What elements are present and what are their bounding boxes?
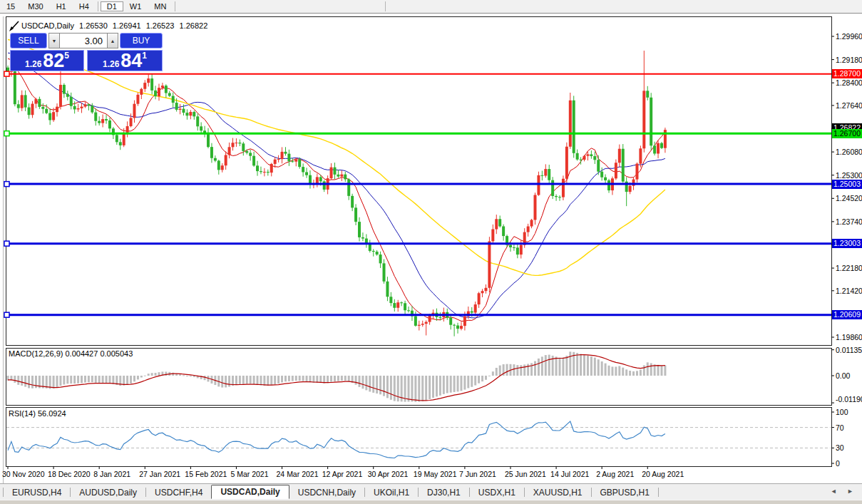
macd-histogram-bar — [478, 376, 480, 384]
level-line-handle[interactable] — [4, 131, 9, 136]
price-axis-label: 1.27640 — [836, 101, 862, 110]
macd-histogram-bar — [148, 374, 150, 376]
volume-increase-button[interactable]: ▲ — [107, 33, 118, 48]
macd-histogram-bar — [439, 376, 441, 396]
tab-usdcnh[interactable]: USDCNH,Daily — [289, 486, 364, 499]
macd-histogram-bar — [334, 376, 336, 381]
tab-ukoil[interactable]: UKOil,H1 — [365, 486, 418, 499]
macd-histogram-bar — [225, 376, 227, 387]
tab-scroll-right-icon[interactable]: ► — [847, 488, 858, 495]
macd-histogram-bar — [530, 363, 533, 376]
candlestick — [642, 91, 645, 148]
macd-histogram-bar — [144, 376, 146, 376]
macd-histogram-bar — [499, 366, 501, 376]
candlestick — [45, 109, 48, 113]
candlestick — [287, 154, 290, 162]
candlestick — [534, 195, 537, 220]
buy-button[interactable]: BUY — [120, 33, 163, 48]
macd-histogram-bar — [460, 376, 462, 391]
macd-histogram-bar — [516, 365, 518, 376]
candlestick — [516, 247, 519, 254]
candlestick — [91, 106, 93, 112]
level-line-handle[interactable] — [4, 241, 9, 246]
macd-histogram-bar — [309, 376, 311, 382]
candlestick — [179, 109, 182, 110]
candlestick — [196, 116, 199, 126]
macd-histogram-bar — [355, 376, 357, 385]
macd-histogram-bar — [242, 376, 245, 384]
macd-histogram-bar — [597, 359, 600, 376]
candlestick — [551, 180, 554, 196]
candlestick — [235, 143, 237, 143]
ohlc-low: 1.26523 — [146, 21, 175, 30]
sell-button[interactable]: SELL — [10, 33, 47, 48]
macd-histogram-bar — [348, 376, 350, 381]
macd-histogram-bar — [534, 361, 536, 376]
price-axis-label: 1.28400 — [836, 78, 862, 87]
candlestick — [81, 107, 83, 108]
macd-histogram-bar — [594, 358, 596, 376]
tab-xauusd[interactable]: XAUUSD,H1 — [525, 486, 591, 499]
ohlc-header: USDCAD,Daily 1.26530 1.26941 1.26523 1.2… — [21, 21, 210, 30]
tab-usdchf[interactable]: USDCHF,H4 — [146, 486, 211, 499]
tab-eurusd[interactable]: EURUSD,H4 — [4, 486, 70, 499]
level-line-handle[interactable] — [4, 71, 9, 76]
macd-axis-label: -0.01190 — [836, 395, 862, 403]
sell-price-display[interactable]: 1.26 82 5 — [10, 50, 84, 71]
macd-histogram-bar — [250, 376, 252, 384]
candlestick — [214, 158, 217, 161]
volume-input[interactable] — [60, 33, 107, 48]
macd-histogram-bar — [569, 351, 571, 376]
macd-title: MACD(12,26,9) 0.004427 0.005043 — [9, 349, 133, 358]
macd-histogram-bar — [587, 356, 589, 376]
candlestick — [498, 219, 501, 226]
candlestick — [133, 104, 135, 118]
candlestick — [221, 165, 224, 170]
symbol-title: USDCAD,Daily — [21, 21, 74, 30]
rsi-pane-frame — [6, 408, 832, 467]
date-axis-label: 19 May 2021 — [414, 470, 457, 478]
macd-histogram-bar — [112, 376, 114, 384]
buy-price-display[interactable]: 1.26 84 1 — [87, 50, 163, 71]
candlestick — [527, 227, 530, 232]
candlestick — [463, 317, 466, 326]
macd-histogram-bar — [257, 376, 259, 385]
candlestick — [365, 239, 368, 244]
candlestick — [429, 316, 431, 322]
macd-histogram-bar — [611, 366, 613, 376]
tab-usdx[interactable]: USDX,H1 — [470, 486, 524, 499]
candlestick — [337, 175, 339, 177]
level-line-handle[interactable] — [4, 312, 9, 317]
candlestick — [193, 112, 195, 116]
volume-decrease-button[interactable]: ▼ — [48, 33, 60, 48]
level-line-handle[interactable] — [4, 182, 9, 187]
macd-histogram-bar — [56, 376, 58, 388]
tab-dj30[interactable]: DJ30,H1 — [419, 486, 469, 499]
candlestick — [565, 147, 568, 179]
tab-gbpusd[interactable]: GBPUSD,H1 — [592, 486, 658, 499]
candlestick — [263, 172, 266, 173]
macd-histogram-bar — [126, 376, 128, 385]
macd-histogram-bar — [35, 376, 37, 388]
candlestick — [256, 165, 259, 171]
candlestick — [379, 254, 382, 263]
candlestick — [460, 326, 463, 329]
tab-usdcad[interactable]: USDCAD,Daily — [211, 485, 289, 499]
tab-audusd[interactable]: AUDUSD,Daily — [71, 486, 145, 499]
candlestick — [59, 85, 62, 107]
candlestick — [396, 302, 399, 308]
candlestick — [291, 161, 294, 162]
candlestick — [540, 175, 543, 176]
macd-histogram-bar — [527, 364, 529, 376]
candlestick — [165, 86, 168, 93]
macd-histogram-bar — [492, 371, 494, 376]
candlestick — [622, 149, 625, 182]
candlestick — [126, 126, 129, 133]
macd-histogram-bar — [650, 363, 652, 376]
candlestick — [389, 297, 392, 303]
tab-scroll-left-icon[interactable]: ◄ — [831, 488, 841, 495]
macd-histogram-bar — [622, 368, 624, 376]
macd-histogram-bar — [95, 376, 97, 383]
candlestick — [94, 113, 97, 121]
candlestick — [548, 169, 550, 180]
